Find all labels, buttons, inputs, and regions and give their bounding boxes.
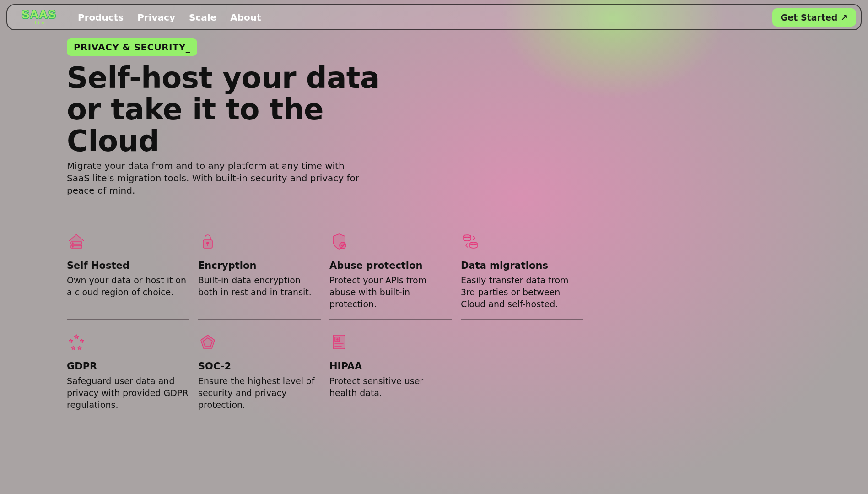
feature-desc: Safeguard user data and privacy with pro… — [67, 375, 189, 411]
svg-point-9 — [470, 242, 477, 245]
nav-links: Products Privacy Scale About — [78, 12, 261, 23]
feature-data-migrations: Data migrations Easily transfer data fro… — [461, 232, 583, 320]
page-title: Self-host your data or take it to the Cl… — [67, 62, 405, 157]
svg-point-2 — [72, 243, 73, 244]
feature-abuse-protection: Abuse protection Protect your APIs from … — [329, 232, 452, 320]
svg-point-3 — [72, 246, 73, 247]
shield-check-icon — [329, 232, 349, 251]
home-server-icon — [67, 232, 86, 251]
lock-icon — [198, 232, 217, 251]
nav-link-about[interactable]: About — [230, 12, 261, 23]
svg-point-8 — [464, 235, 471, 238]
feature-self-hosted: Self Hosted Own your data or host it on … — [67, 232, 189, 320]
logo-subtext: lite — [32, 21, 47, 25]
nav-link-scale[interactable]: Scale — [189, 12, 216, 23]
feature-soc2: SOC-2 Ensure the highest level of securi… — [198, 332, 321, 420]
page-subhead: Migrate your data from and to any platfo… — [67, 160, 369, 197]
feature-desc: Built-in data encryption both in rest an… — [198, 275, 321, 298]
feature-title: Encryption — [198, 260, 321, 271]
feature-desc: Ensure the highest level of security and… — [198, 375, 321, 411]
feature-gdpr: GDPR Safeguard user data and privacy wit… — [67, 332, 189, 420]
feature-desc: Easily transfer data from 3rd parties or… — [461, 275, 583, 310]
get-started-button[interactable]: Get Started ↗ — [772, 8, 856, 27]
feature-title: Data migrations — [461, 260, 583, 271]
medical-doc-icon — [329, 332, 349, 352]
navbar: SAAS lite Products Privacy Scale About G… — [6, 4, 862, 30]
feature-hipaa: HIPAA Protect sensitive user health data… — [329, 332, 452, 420]
features-grid: Self Hosted Own your data or host it on … — [67, 232, 584, 420]
feature-title: HIPAA — [329, 361, 452, 372]
feature-title: Self Hosted — [67, 260, 189, 271]
get-started-label: Get Started ↗ — [781, 12, 848, 22]
feature-title: SOC-2 — [198, 361, 321, 372]
stars-circle-icon — [67, 332, 86, 352]
logo[interactable]: SAAS lite — [14, 8, 64, 27]
section-badge: PRIVACY & SECURITY_ — [67, 38, 197, 56]
db-sync-icon — [461, 232, 480, 251]
feature-encryption: Encryption Built-in data encryption both… — [198, 232, 321, 320]
nav-link-privacy[interactable]: Privacy — [137, 12, 175, 23]
feature-title: Abuse protection — [329, 260, 452, 271]
feature-desc: Own your data or host it on a cloud regi… — [67, 275, 189, 298]
nav-link-products[interactable]: Products — [78, 12, 124, 23]
main-content: PRIVACY & SECURITY_ Self-host your data … — [67, 38, 584, 420]
feature-desc: Protect your APIs from abuse with built-… — [329, 275, 452, 310]
pentagon-icon — [198, 332, 217, 352]
feature-desc: Protect sensitive user health data. — [329, 375, 452, 399]
feature-title: GDPR — [67, 361, 189, 372]
logo-text: SAAS — [22, 9, 56, 20]
